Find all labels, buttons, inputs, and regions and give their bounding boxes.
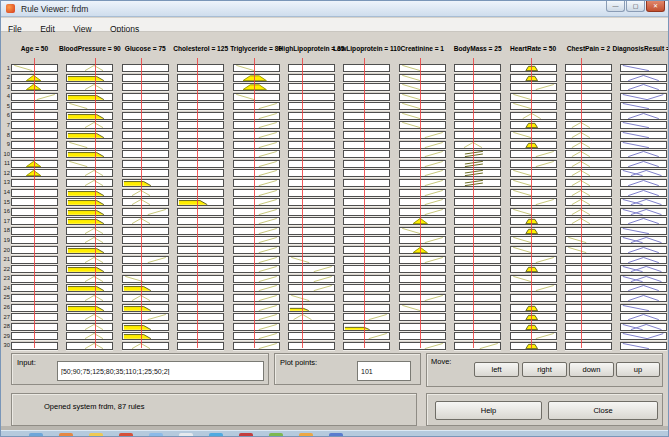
rule-number-29[interactable]: 29 xyxy=(1,333,10,339)
rule-cell-high-lipoprotein-24 xyxy=(288,284,335,292)
close-button[interactable]: Close xyxy=(548,401,658,420)
rule-number-9[interactable]: 9 xyxy=(1,141,10,147)
rule-number-19[interactable]: 19 xyxy=(1,237,10,243)
input-value-line-blood-pressure[interactable] xyxy=(95,58,96,348)
rule-number-20[interactable]: 20 xyxy=(1,247,10,253)
windows-taskbar[interactable] xyxy=(1,430,668,437)
taskbar-icon[interactable] xyxy=(299,433,313,437)
rule-number-8[interactable]: 8 xyxy=(1,132,10,138)
rule-cell-creatinine-22 xyxy=(399,265,446,273)
rule-number-22[interactable]: 22 xyxy=(1,266,10,272)
rule-number-3[interactable]: 3 xyxy=(1,84,10,90)
title-bar[interactable]: Rule Viewer: frdm — ▢ ✕ xyxy=(1,1,668,17)
rule-cell-creatinine-5 xyxy=(399,102,446,110)
rule-cell-chest-pain-10 xyxy=(565,150,612,158)
rule-cell-glucose-1 xyxy=(122,64,169,72)
taskbar-icon[interactable] xyxy=(29,433,43,437)
rule-cell-blood-pressure-8 xyxy=(66,131,113,139)
rule-number-1[interactable]: 1 xyxy=(1,65,10,71)
taskbar-icon[interactable] xyxy=(119,433,133,437)
input-value-line-age[interactable] xyxy=(34,58,35,348)
rule-number-2[interactable]: 2 xyxy=(1,74,10,80)
taskbar-icon[interactable] xyxy=(329,433,343,437)
minimize-button[interactable]: — xyxy=(606,1,625,12)
rule-cell-creatinine-30 xyxy=(399,342,446,350)
rule-cell-low-lipoprotein-12 xyxy=(343,169,390,177)
rule-cell-low-lipoprotein-23 xyxy=(343,275,390,283)
rule-number-27[interactable]: 27 xyxy=(1,314,10,320)
rule-number-25[interactable]: 25 xyxy=(1,294,10,300)
rule-cell-triglyceride-1 xyxy=(233,64,280,72)
rule-cell-diagnosis-result-24 xyxy=(620,284,667,292)
taskbar-icon[interactable] xyxy=(89,433,103,437)
rule-cell-cholesterol-1 xyxy=(177,64,224,72)
taskbar-icon[interactable] xyxy=(239,433,253,437)
rule-number-18[interactable]: 18 xyxy=(1,227,10,233)
rule-number-12[interactable]: 12 xyxy=(1,170,10,176)
rule-number-13[interactable]: 13 xyxy=(1,179,10,185)
rule-number-26[interactable]: 26 xyxy=(1,304,10,310)
rule-number-30[interactable]: 30 xyxy=(1,342,10,348)
rule-number-7[interactable]: 7 xyxy=(1,122,10,128)
rule-cell-body-mass-16 xyxy=(454,208,501,216)
input-value-line-cholesterol[interactable] xyxy=(197,58,198,348)
rule-cell-glucose-17 xyxy=(122,217,169,225)
rule-number-21[interactable]: 21 xyxy=(1,256,10,262)
rule-cell-body-mass-8 xyxy=(454,131,501,139)
rule-cell-heart-rate-25 xyxy=(510,294,557,302)
rule-cell-blood-pressure-9 xyxy=(66,141,113,149)
fuzzy-app-icon xyxy=(6,4,15,13)
input-value-line-triglyceride[interactable] xyxy=(254,58,255,348)
input-value-line-low-lipoprotein[interactable] xyxy=(364,58,365,348)
input-value-line-body-mass[interactable] xyxy=(473,58,474,348)
rule-number-4[interactable]: 4 xyxy=(1,93,10,99)
rule-cell-blood-pressure-12 xyxy=(66,169,113,177)
close-window-button[interactable]: ✕ xyxy=(646,1,665,12)
rule-number-23[interactable]: 23 xyxy=(1,275,10,281)
rule-cell-diagnosis-result-30 xyxy=(620,342,667,350)
rule-cell-creatinine-23 xyxy=(399,275,446,283)
rule-cell-high-lipoprotein-19 xyxy=(288,236,335,244)
rule-cell-low-lipoprotein-10 xyxy=(343,150,390,158)
rule-cell-glucose-25 xyxy=(122,294,169,302)
taskbar-icon[interactable] xyxy=(269,433,283,437)
move-up-button[interactable]: up xyxy=(616,362,660,377)
rule-cell-creatinine-9 xyxy=(399,141,446,149)
input-value-line-glucose[interactable] xyxy=(141,58,142,348)
rule-cell-diagnosis-result-13 xyxy=(620,179,667,187)
input-value-line-chest-pain[interactable] xyxy=(581,58,582,348)
rule-number-16[interactable]: 16 xyxy=(1,208,10,214)
move-right-button[interactable]: right xyxy=(522,362,567,377)
taskbar-icon[interactable] xyxy=(149,433,163,437)
taskbar-icon[interactable] xyxy=(209,433,223,437)
rule-number-10[interactable]: 10 xyxy=(1,151,10,157)
rule-number-14[interactable]: 14 xyxy=(1,189,10,195)
rule-cell-diagnosis-result-14 xyxy=(620,189,667,197)
rule-cell-low-lipoprotein-27 xyxy=(343,313,390,321)
input-value-line-high-lipoprotein[interactable] xyxy=(302,58,303,348)
rule-number-6[interactable]: 6 xyxy=(1,112,10,118)
input-value-line-creatinine[interactable] xyxy=(420,58,421,348)
help-button[interactable]: Help xyxy=(435,401,542,420)
rule-number-11[interactable]: 11 xyxy=(1,160,10,166)
rule-cell-glucose-10 xyxy=(122,150,169,158)
rule-cell-body-mass-14 xyxy=(454,189,501,197)
taskbar-icon[interactable] xyxy=(179,433,193,437)
rule-number-15[interactable]: 15 xyxy=(1,199,10,205)
rule-cell-creatinine-2 xyxy=(399,74,446,82)
move-left-button[interactable]: left xyxy=(474,362,519,377)
rule-cell-body-mass-21 xyxy=(454,256,501,264)
maximize-button[interactable]: ▢ xyxy=(626,1,645,12)
rule-number-5[interactable]: 5 xyxy=(1,103,10,109)
rule-cell-creatinine-4 xyxy=(399,93,446,101)
taskbar-icon[interactable] xyxy=(59,433,73,437)
rule-number-28[interactable]: 28 xyxy=(1,323,10,329)
move-down-button[interactable]: down xyxy=(569,362,614,377)
rule-cell-creatinine-25 xyxy=(399,294,446,302)
rule-number-24[interactable]: 24 xyxy=(1,285,10,291)
rule-cell-low-lipoprotein-5 xyxy=(343,102,390,110)
input-value-line-heart-rate[interactable] xyxy=(531,58,532,348)
plot-points-field[interactable] xyxy=(357,361,411,381)
input-vector-field[interactable] xyxy=(57,361,264,381)
rule-number-17[interactable]: 17 xyxy=(1,218,10,224)
